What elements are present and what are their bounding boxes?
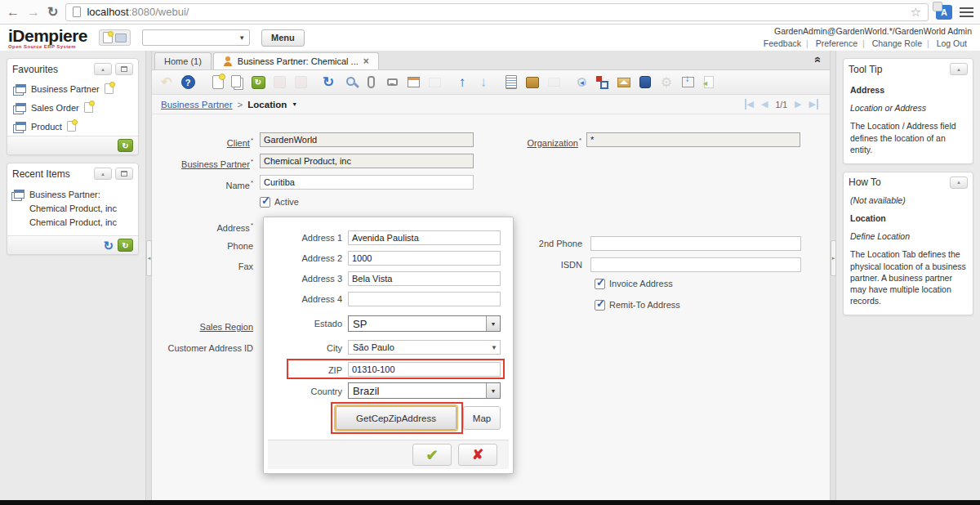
refresh-icon[interactable]: ↻ [103, 239, 114, 252]
change-role-link[interactable]: Change Role [872, 38, 922, 48]
parent-record-icon[interactable]: ↑ [454, 74, 470, 91]
new-window-icon[interactable] [103, 32, 113, 43]
last-record-icon[interactable]: ▶ [809, 99, 818, 109]
browser-forward-icon[interactable]: → [27, 6, 40, 19]
folder-icon[interactable] [115, 34, 127, 42]
export-icon[interactable] [679, 74, 696, 91]
address-bar[interactable]: localhost:8080/webui/ ☆ [65, 3, 929, 21]
address4-field[interactable] [348, 292, 501, 306]
favourite-item-product[interactable]: Product [7, 117, 138, 136]
feedback-link[interactable]: Feedback [764, 38, 801, 48]
new-record-mini-icon[interactable] [67, 121, 76, 132]
dropdown-icon[interactable]: ▼ [488, 344, 500, 351]
east-splitter[interactable]: ▸ [830, 51, 836, 500]
west-collapse-handle[interactable]: ◂ [146, 240, 152, 276]
browser-menu-icon[interactable] [960, 7, 973, 17]
zip-field[interactable] [348, 362, 501, 377]
tab-home[interactable]: Home (1) [154, 52, 212, 69]
favourites-maximize-icon[interactable] [115, 63, 133, 75]
favourites-collapse-icon[interactable]: ▲ [94, 63, 112, 75]
country-select[interactable]: Brazil ▼ [348, 382, 501, 399]
tab-business-partner[interactable]: Business Partner: Chemical ... × [213, 52, 379, 69]
delete-record-icon[interactable]: ↻ [250, 74, 266, 91]
new-record-icon[interactable] [207, 74, 224, 91]
dialog-footer: ✔ ✘ [268, 440, 509, 469]
find-icon[interactable] [341, 74, 358, 91]
favourite-item-business-partner[interactable]: Business Partner [7, 79, 138, 98]
east-collapse-handle[interactable]: ▸ [831, 240, 836, 276]
import-file-icon[interactable] [701, 74, 717, 91]
recent-maximize-icon[interactable] [115, 168, 133, 180]
attachment-icon[interactable] [363, 74, 379, 91]
address-label: Address* [152, 218, 253, 235]
tab-close-icon[interactable]: × [363, 56, 369, 67]
trash-icon[interactable]: ↻ [118, 139, 133, 152]
client-field[interactable] [260, 132, 474, 147]
get-cep-zip-address-button[interactable]: GetCepZipAddress [336, 406, 457, 430]
bookmark-star-icon[interactable]: ☆ [911, 5, 921, 20]
breadcrumb-current[interactable]: Location [247, 100, 287, 109]
howto-collapse-icon[interactable]: ▲ [950, 177, 968, 189]
map-button[interactable]: Map [463, 406, 501, 430]
tooltip-title: Tool Tip [849, 64, 947, 75]
refresh-icon[interactable]: ↻ [320, 74, 336, 91]
estado-select[interactable]: SP ▼ [348, 315, 501, 332]
previous-record-icon[interactable]: ◀ [761, 99, 768, 109]
check-icon: ✔ [425, 448, 438, 463]
quick-search-combobox[interactable]: ▼ [142, 29, 250, 46]
next-record-icon[interactable]: ▶ [795, 99, 801, 109]
recent-collapse-icon[interactable]: ▲ [94, 168, 112, 180]
url-path: :8080/webui/ [129, 6, 189, 18]
tooltip-collapse-icon[interactable]: ▲ [950, 63, 968, 75]
address3-field[interactable] [348, 271, 501, 286]
isdn-field[interactable] [590, 257, 801, 272]
cancel-button[interactable]: ✘ [458, 444, 497, 466]
howto-panel: How To ▲ (Not available) Location Define… [843, 172, 973, 315]
remit-to-checkbox[interactable] [595, 300, 605, 311]
new-record-mini-icon[interactable] [84, 102, 93, 113]
zoom-across-icon[interactable] [573, 74, 590, 91]
business-partner-field[interactable] [260, 154, 474, 168]
logout-link[interactable]: Log Out [937, 38, 967, 48]
translate-icon[interactable]: A [936, 5, 952, 20]
detail-grid-icon [426, 74, 443, 91]
browser-reload-icon[interactable]: ↻ [47, 6, 58, 19]
favourite-item-sales-order[interactable]: Sales Order [7, 98, 138, 117]
first-record-icon[interactable]: ◀ [745, 99, 754, 109]
workflow-icon[interactable] [595, 74, 611, 91]
window-icon [16, 84, 26, 93]
preference-link[interactable]: Preference [816, 38, 858, 48]
address1-field[interactable] [348, 230, 501, 245]
product-info-icon[interactable] [637, 74, 653, 91]
requests-icon[interactable] [616, 74, 632, 91]
howto-heading: Location [850, 212, 966, 224]
chevron-down-icon[interactable]: ▼ [292, 101, 297, 107]
confirm-button[interactable]: ✔ [412, 444, 452, 466]
address2-field[interactable] [348, 251, 501, 266]
city-combobox[interactable]: São Paulo ▼ [348, 340, 501, 355]
invoice-address-checkbox[interactable] [595, 279, 605, 289]
name-field[interactable] [260, 175, 474, 190]
new-record-mini-icon[interactable] [105, 83, 114, 94]
recent-item[interactable]: Business Partner: Chemical Product, inc … [7, 184, 138, 235]
chat-icon[interactable] [384, 74, 400, 91]
grid-toggle-icon[interactable] [405, 74, 421, 91]
dropdown-icon[interactable]: ▼ [486, 316, 500, 331]
dropdown-icon[interactable]: ▼ [486, 383, 500, 398]
app-logo: iDempiere Open Source ERP System [8, 27, 87, 49]
browser-back-icon[interactable]: ← [7, 6, 20, 19]
location-form: Client* Organization* Business Partner* … [152, 114, 830, 500]
breadcrumb-parent-link[interactable]: Business Partner [161, 100, 233, 109]
west-splitter[interactable]: ◂ [145, 51, 152, 500]
report-icon[interactable] [503, 74, 519, 91]
organization-field[interactable] [586, 132, 800, 147]
active-checkbox[interactable] [260, 197, 270, 208]
second-phone-field[interactable] [590, 236, 801, 251]
copy-record-icon[interactable] [229, 74, 245, 91]
collapse-north-icon[interactable]: « [812, 56, 825, 63]
archive-icon[interactable] [524, 74, 541, 91]
menu-button[interactable]: Menu [261, 29, 305, 47]
trash-icon[interactable]: ↻ [118, 239, 133, 252]
help-icon[interactable]: ? [180, 74, 196, 91]
favourites-header: Favourites ▲ [7, 59, 138, 79]
